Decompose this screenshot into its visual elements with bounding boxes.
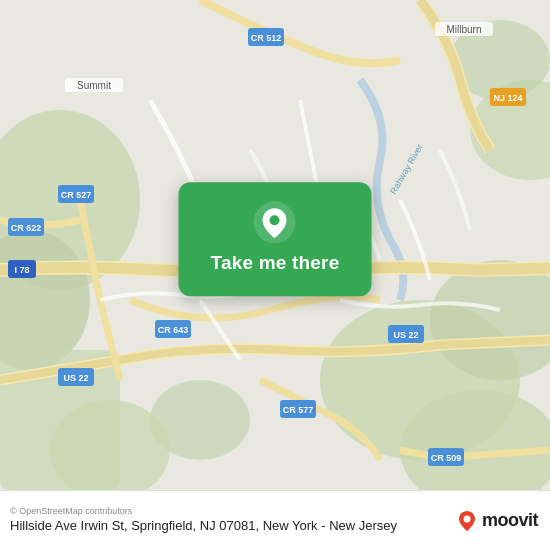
cta-label: Take me there [211, 252, 340, 274]
svg-text:I 78: I 78 [14, 265, 29, 275]
svg-text:Summit: Summit [77, 80, 111, 91]
moovit-pin-icon [456, 510, 478, 532]
svg-text:Millburn: Millburn [446, 24, 481, 35]
svg-text:CR 622: CR 622 [11, 223, 42, 233]
footer-left: © OpenStreetMap contributors Hillside Av… [10, 506, 397, 535]
svg-point-38 [463, 515, 470, 522]
svg-text:NJ 124: NJ 124 [493, 93, 522, 103]
cta-button[interactable]: Take me there [179, 182, 372, 296]
location-pin-icon [253, 200, 297, 244]
svg-text:CR 509: CR 509 [431, 453, 462, 463]
map-container: Summit Millburn CR 512 NJ 124 CR 527 CR … [0, 0, 550, 490]
address-text: Hillside Ave Irwin St, Springfield, NJ 0… [10, 518, 397, 535]
footer-bar: © OpenStreetMap contributors Hillside Av… [0, 490, 550, 550]
svg-text:CR 512: CR 512 [251, 33, 282, 43]
osm-credit: © OpenStreetMap contributors [10, 506, 397, 516]
svg-text:US 22: US 22 [393, 330, 418, 340]
moovit-logo: moovit [456, 510, 538, 532]
moovit-text: moovit [482, 510, 538, 531]
svg-point-37 [270, 215, 280, 225]
svg-text:CR 527: CR 527 [61, 190, 92, 200]
svg-text:US 22: US 22 [63, 373, 88, 383]
svg-text:CR 643: CR 643 [158, 325, 189, 335]
svg-text:CR 577: CR 577 [283, 405, 314, 415]
